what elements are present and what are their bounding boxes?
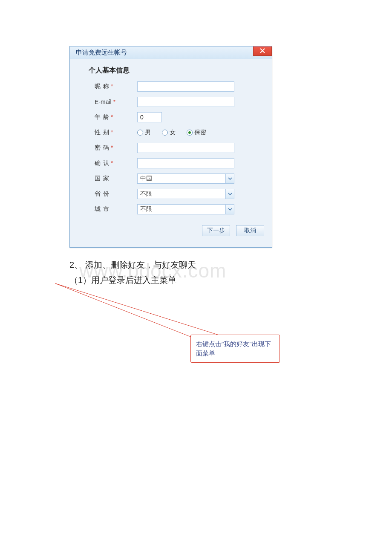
label-confirm: 确认* xyxy=(95,159,133,167)
nickname-input[interactable] xyxy=(137,81,234,92)
country-select[interactable]: 中国 xyxy=(137,173,234,184)
row-age: 年龄* xyxy=(70,112,272,123)
button-bar: 下一步 取消 xyxy=(70,219,272,242)
row-gender: 性别* 男 女 保密 xyxy=(70,127,272,138)
cancel-button[interactable]: 取消 xyxy=(236,225,264,236)
document-body: 2、 添加、删除好友，与好友聊天 （1）用户登录后进入主菜单 xyxy=(69,257,392,288)
confirm-input[interactable] xyxy=(137,158,234,168)
label-country: 国家 xyxy=(95,175,133,182)
radio-item-female[interactable]: 女 xyxy=(162,129,176,136)
radio-male-label: 男 xyxy=(145,129,151,136)
label-age: 年龄* xyxy=(95,113,133,121)
row-province: 省份 不限 xyxy=(70,188,272,199)
city-select[interactable]: 不限 xyxy=(137,204,234,214)
dialog-titlebar: 申请免费远生帐号 xyxy=(70,46,272,59)
radio-secret-label: 保密 xyxy=(194,129,206,136)
form: 昵称* E-mail* 年龄* 性别* xyxy=(70,81,272,247)
country-value: 中国 xyxy=(138,174,225,183)
city-value: 不限 xyxy=(138,205,225,214)
close-button[interactable] xyxy=(253,46,272,56)
radio-item-secret[interactable]: 保密 xyxy=(187,129,206,136)
chevron-down-icon xyxy=(225,189,234,199)
label-nickname: 昵称* xyxy=(95,83,133,90)
section-title: 个人基本信息 xyxy=(89,66,272,75)
row-nickname: 昵称* xyxy=(70,81,272,92)
doc-line-1: 2、 添加、删除好友，与好友聊天 xyxy=(69,257,392,272)
email-input[interactable] xyxy=(137,97,234,107)
label-province: 省份 xyxy=(95,190,133,198)
doc-line-2: （1）用户登录后进入主菜单 xyxy=(69,272,392,288)
radio-female-label: 女 xyxy=(170,129,176,136)
row-password: 密码* xyxy=(70,142,272,153)
row-city: 城市 不限 xyxy=(70,204,272,215)
row-country: 国家 中国 xyxy=(70,173,272,184)
row-confirm: 确认* xyxy=(70,158,272,169)
province-value: 不限 xyxy=(138,189,225,199)
svg-line-1 xyxy=(55,283,222,336)
password-input[interactable] xyxy=(137,143,234,153)
radio-male[interactable] xyxy=(137,130,143,136)
age-input[interactable] xyxy=(137,112,162,122)
radio-secret[interactable] xyxy=(187,130,193,136)
next-button[interactable]: 下一步 xyxy=(202,225,230,236)
row-email: E-mail* xyxy=(70,96,272,107)
callout-annotation: 右键点击"我的好友"出现下面菜单 xyxy=(190,335,280,363)
svg-line-0 xyxy=(55,283,196,339)
close-icon xyxy=(260,47,265,55)
label-email: E-mail* xyxy=(95,98,133,105)
label-city: 城市 xyxy=(95,205,133,213)
chevron-down-icon xyxy=(225,174,234,183)
label-password: 密码* xyxy=(95,144,133,152)
register-dialog: 申请免费远生帐号 个人基本信息 昵称* E-mail* xyxy=(69,46,272,248)
radio-item-male[interactable]: 男 xyxy=(137,129,151,136)
label-gender: 性别* xyxy=(95,129,133,136)
dialog-title: 申请免费远生帐号 xyxy=(76,49,127,57)
province-select[interactable]: 不限 xyxy=(137,189,234,199)
chevron-down-icon xyxy=(225,205,234,214)
radio-female[interactable] xyxy=(162,130,168,136)
